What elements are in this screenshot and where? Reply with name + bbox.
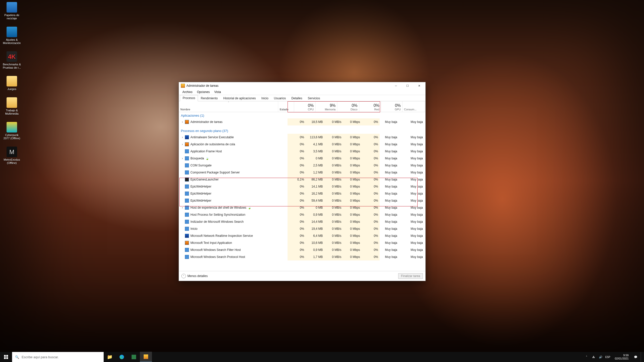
tray-network-icon[interactable]: 🖧 bbox=[592, 355, 596, 359]
cell-power: Muy baja bbox=[380, 155, 399, 162]
desktop-wallpaper[interactable]: Papelera de reciclajeAjustes & Monitoriz… bbox=[0, 0, 644, 362]
tab-usuarios[interactable]: Usuarios bbox=[271, 95, 289, 101]
process-row[interactable]: EpicGamesLauncher0,1%86,2 MB0 MB/s0 Mbps… bbox=[179, 176, 425, 183]
col-state[interactable]: Estado bbox=[278, 101, 294, 112]
menu-vista[interactable]: Vista bbox=[212, 90, 223, 94]
taskbar-app-icon[interactable] bbox=[128, 352, 140, 362]
tab-inicio[interactable]: Inicio bbox=[259, 95, 271, 101]
tab-historial-de-aplicaciones[interactable]: Historial de aplicaciones bbox=[220, 95, 258, 101]
process-row[interactable]: ›Administrador de tareas0%18,5 MB0 MB/s0… bbox=[179, 118, 425, 125]
tray-volume-icon[interactable]: 🔊 bbox=[599, 355, 603, 359]
desktop-icon[interactable]: Papelera de reciclaje bbox=[2, 2, 22, 20]
desktop-icon[interactable]: Ajustes & Monitorización bbox=[2, 27, 22, 45]
expand-icon[interactable]: › bbox=[180, 206, 184, 209]
process-row[interactable]: Host Process for Setting Synchronization… bbox=[179, 211, 425, 218]
process-row[interactable]: ›Antimalware Service Executable0%113,6 M… bbox=[179, 134, 425, 141]
tab-detalles[interactable]: Detalles bbox=[289, 95, 305, 101]
cell-disk: 0 MB/s bbox=[324, 169, 343, 176]
tray-chevron-icon[interactable]: ˄ bbox=[585, 355, 589, 359]
table-header[interactable]: ⌃ Nombre Estado 0%CPU 9%Memoria 0%Disco … bbox=[179, 101, 425, 112]
cell-gpu: 0% bbox=[361, 253, 380, 260]
cell-power: Muy baja bbox=[380, 169, 399, 176]
col-cpu[interactable]: 0%CPU bbox=[294, 101, 315, 112]
expand-icon[interactable]: › bbox=[180, 120, 184, 124]
process-icon bbox=[185, 213, 189, 217]
col-power-usage[interactable]: Consum... bbox=[403, 101, 425, 112]
tab-servicios[interactable]: Servicios bbox=[305, 95, 323, 101]
taskbar-edge-icon[interactable] bbox=[116, 352, 128, 362]
process-row[interactable]: EpicWebHelper0%59,4 MB0 MB/s0 Mbps0%Muy … bbox=[179, 197, 425, 204]
col-name[interactable]: ⌃ Nombre bbox=[179, 101, 278, 112]
cell-trend: Muy baja bbox=[399, 253, 425, 260]
table-body[interactable]: Aplicaciones (1)›Administrador de tareas… bbox=[179, 112, 425, 271]
cell-cpu: 0% bbox=[288, 118, 306, 125]
process-row[interactable]: Microsoft Network Realtime Inspection Se… bbox=[179, 232, 425, 239]
cell-disk: 0 MB/s bbox=[324, 218, 343, 225]
process-row[interactable]: ›Host de experiencia del shell de Window… bbox=[179, 204, 425, 211]
col-memory[interactable]: 9%Memoria bbox=[315, 101, 337, 112]
close-button[interactable]: ✕ bbox=[413, 82, 425, 89]
cell-disk: 0 MB/s bbox=[324, 134, 343, 141]
process-row[interactable]: EpicWebHelper0%16,2 MB0 MB/s0 Mbps0%Muy … bbox=[179, 190, 425, 197]
process-row[interactable]: Microsoft Text Input Application0%10,6 M… bbox=[179, 239, 425, 246]
taskbar-search[interactable]: 🔍 Escribe aquí para buscar. bbox=[12, 352, 104, 362]
process-row[interactable]: Indizador de Microsoft Windows Search0%1… bbox=[179, 218, 425, 225]
cell-power: Muy baja bbox=[380, 246, 399, 253]
menu-opciones[interactable]: Opciones bbox=[195, 90, 212, 94]
cell-network: 0 Mbps bbox=[343, 162, 361, 169]
search-icon: 🔍 bbox=[15, 355, 19, 359]
show-desktop-button[interactable] bbox=[641, 352, 642, 362]
menu-archivo[interactable]: Archivo bbox=[180, 90, 194, 94]
process-icon bbox=[185, 149, 189, 153]
col-disk[interactable]: 0%Disco bbox=[337, 101, 359, 112]
col-power-trend[interactable]: Tendenci... bbox=[425, 101, 425, 112]
titlebar[interactable]: Administrador de tareas ─ ☐ ✕ bbox=[179, 82, 425, 89]
svg-rect-1 bbox=[6, 355, 8, 357]
process-row[interactable]: ›Aplicación de subsistema de cola0%4,1 M… bbox=[179, 141, 425, 148]
cell-cpu: 0% bbox=[288, 169, 306, 176]
process-row[interactable]: ›Búsqueda🍃0%0 MB0 MB/s0 Mbps0%Muy bajaMu… bbox=[179, 155, 425, 162]
tab-rendimiento[interactable]: Rendimiento bbox=[198, 95, 220, 101]
expand-icon[interactable]: › bbox=[180, 157, 184, 160]
cell-trend: Muy baja bbox=[399, 169, 425, 176]
cell-cpu: 0% bbox=[288, 141, 306, 148]
tray-language-icon[interactable]: ESP bbox=[606, 355, 610, 359]
expand-icon[interactable]: › bbox=[180, 135, 184, 139]
process-row[interactable]: Microsoft Windows Search Filter Host0%0,… bbox=[179, 246, 425, 253]
start-button[interactable] bbox=[0, 352, 12, 362]
taskbar-clock[interactable]: 9:59 02/01/2021 bbox=[613, 354, 631, 360]
process-row[interactable]: Component Package Support Server0%1,2 MB… bbox=[179, 169, 425, 176]
desktop-icon[interactable]: MMetroExodus (Offline) bbox=[2, 147, 22, 165]
desktop-icon[interactable]: 4KBenchmarks & Pruebas de r... bbox=[2, 51, 22, 69]
desktop-icon[interactable]: Cyberpunk 2077 (Offline) bbox=[2, 122, 22, 140]
cell-memory: 0 MB bbox=[306, 155, 324, 162]
col-network[interactable]: 0%Red bbox=[359, 101, 381, 112]
cell-trend: Muy baja bbox=[399, 246, 425, 253]
process-row[interactable]: Microsoft Windows Search Protocol Host0%… bbox=[179, 253, 425, 260]
expand-icon[interactable]: › bbox=[180, 143, 184, 146]
taskbar-explorer-icon[interactable]: 📁 bbox=[104, 352, 116, 362]
tab-procesos[interactable]: Procesos bbox=[180, 95, 198, 101]
process-row[interactable]: COM Surrogate0%2,5 MB0 MB/s0 Mbps0%Muy b… bbox=[179, 162, 425, 169]
desktop-icon[interactable]: Trabajo & Multimedia bbox=[2, 97, 22, 115]
process-row[interactable]: Inicio0%19,4 MB0 MB/s0 Mbps0%Muy bajaMuy… bbox=[179, 225, 425, 232]
fewer-details-button[interactable]: ⌃ Menos detalles bbox=[181, 274, 208, 278]
end-task-button[interactable]: Finalizar tarea bbox=[398, 273, 423, 279]
desktop-icon[interactable]: Juegos bbox=[2, 76, 22, 91]
notifications-icon[interactable]: 💬 bbox=[634, 355, 638, 359]
taskbar-task-manager-icon[interactable] bbox=[140, 352, 152, 362]
svg-rect-3 bbox=[6, 357, 8, 359]
cell-disk: 0 MB/s bbox=[324, 148, 343, 155]
cell-power: Muy baja bbox=[380, 183, 399, 190]
process-row[interactable]: EpicWebHelper0%14,1 MB0 MB/s0 Mbps0%Muy … bbox=[179, 183, 425, 190]
col-gpu[interactable]: 0%GPU bbox=[381, 101, 403, 112]
minimize-button[interactable]: ─ bbox=[390, 82, 402, 89]
cell-power: Muy baja bbox=[380, 176, 399, 183]
cell-cpu: 0% bbox=[288, 183, 306, 190]
desktop-icon-glyph bbox=[7, 122, 17, 132]
maximize-button[interactable]: ☐ bbox=[402, 82, 413, 89]
cell-disk: 0 MB/s bbox=[324, 141, 343, 148]
cell-memory: 10,6 MB bbox=[306, 239, 324, 246]
process-row[interactable]: Application Frame Host0%3,5 MB0 MB/s0 Mb… bbox=[179, 148, 425, 155]
process-name: EpicWebHelper bbox=[190, 185, 211, 188]
